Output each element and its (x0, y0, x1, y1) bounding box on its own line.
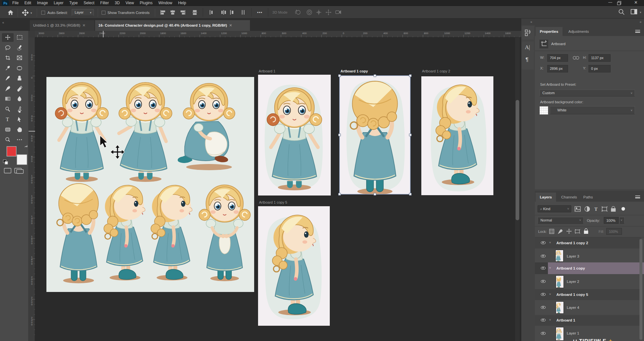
svg-text:200: 200 (363, 32, 368, 35)
svg-text:400: 400 (31, 115, 33, 121)
svg-text:•••: ••• (257, 10, 263, 15)
svg-text:1200: 1200 (464, 32, 470, 35)
svg-text:800: 800 (31, 155, 33, 162)
svg-text:800: 800 (262, 32, 266, 35)
svg-text:T: T (6, 117, 9, 122)
svg-text:Artboard 1 copy 2: Artboard 1 copy 2 (422, 69, 450, 73)
svg-text:2000: 2000 (140, 32, 146, 35)
svg-text:2200: 2200 (120, 32, 126, 35)
svg-text:400: 400 (302, 32, 307, 35)
svg-text:1400: 1400 (201, 32, 207, 35)
svg-text:1800: 1800 (31, 256, 33, 265)
svg-text:Ps: Ps (3, 2, 7, 5)
svg-text:600: 600 (404, 32, 408, 35)
svg-text:0: 0 (31, 76, 33, 79)
svg-text:200: 200 (31, 54, 33, 60)
svg-text:2800: 2800 (59, 32, 65, 35)
svg-text:3D Mode: 3D Mode (272, 10, 288, 14)
svg-text:1400: 1400 (485, 32, 491, 35)
svg-text:2400: 2400 (31, 316, 33, 325)
svg-text:Artboard 1 copy: Artboard 1 copy (341, 69, 368, 73)
svg-text:1600: 1600 (31, 235, 33, 244)
svg-text:1800: 1800 (160, 32, 166, 35)
svg-text:2600: 2600 (79, 32, 85, 35)
svg-text:1000: 1000 (444, 32, 450, 35)
svg-text:▾: ▾ (640, 11, 641, 14)
svg-text:1600: 1600 (505, 32, 511, 35)
svg-text:Artboard 1: Artboard 1 (259, 69, 275, 73)
svg-text:2200: 2200 (31, 296, 33, 305)
svg-text:1000: 1000 (31, 174, 33, 183)
svg-text:1400: 1400 (31, 215, 33, 224)
svg-text:T: T (594, 207, 598, 212)
svg-text:600: 600 (31, 135, 33, 142)
svg-text:1600: 1600 (180, 32, 186, 35)
svg-text:2000: 2000 (31, 276, 33, 285)
svg-text:1000: 1000 (242, 32, 247, 35)
svg-text:800: 800 (424, 32, 428, 35)
svg-text:200: 200 (323, 32, 327, 35)
svg-text:1200: 1200 (221, 32, 227, 35)
svg-text:2400: 2400 (99, 32, 105, 35)
svg-text:600: 600 (282, 32, 287, 35)
svg-text:200: 200 (31, 94, 33, 101)
svg-text:400: 400 (383, 32, 388, 35)
svg-text:1200: 1200 (31, 195, 33, 204)
svg-text:0: 0 (343, 32, 344, 35)
svg-text:Artboard 1 copy 5: Artboard 1 copy 5 (259, 200, 287, 204)
svg-text:3000: 3000 (39, 32, 44, 35)
